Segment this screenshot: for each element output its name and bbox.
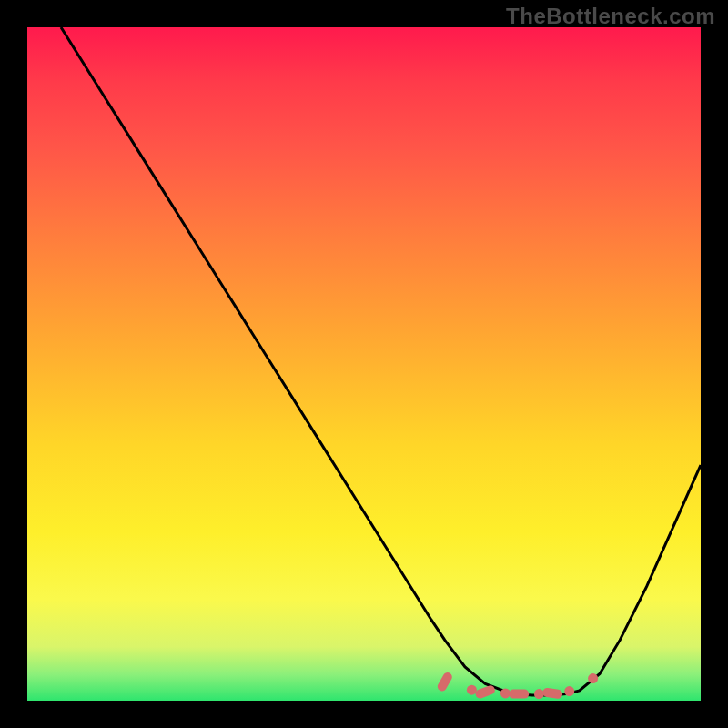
- marker-pill: [542, 687, 563, 699]
- marker-pill: [436, 671, 454, 693]
- marker-dot: [564, 686, 574, 696]
- bottleneck-curve: [61, 27, 701, 695]
- marker-pill: [474, 684, 496, 700]
- marker-dot: [467, 685, 477, 695]
- watermark-text: TheBottleneck.com: [506, 4, 715, 29]
- marker-dot: [588, 673, 598, 683]
- chart-canvas: TheBottleneck.com: [0, 0, 728, 728]
- marker-dot: [534, 689, 544, 699]
- chart-svg: [27, 27, 701, 701]
- optimal-range-markers: [436, 671, 598, 700]
- plot-area: [27, 27, 701, 701]
- marker-pill: [509, 690, 529, 699]
